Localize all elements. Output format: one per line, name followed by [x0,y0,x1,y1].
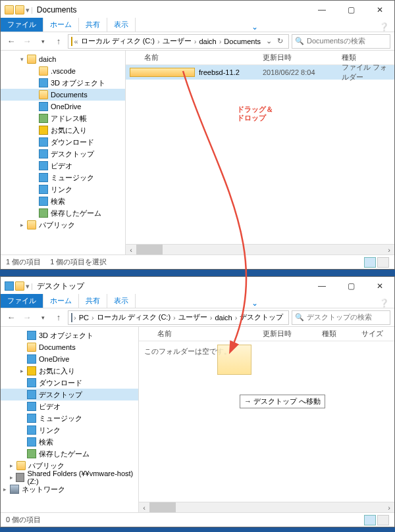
tree-item[interactable]: ▸パブリック [1,219,125,231]
tab-home[interactable]: ホーム [43,18,79,32]
tree-item[interactable]: 保存したゲーム [1,448,138,460]
address-dropdown-icon[interactable]: ⌄ [286,313,289,322]
tree-item[interactable]: ▸Shared Folders (¥¥vmware-host) (Z:) [1,472,138,483]
tree-item[interactable]: ビデオ [1,160,125,172]
tree-item[interactable]: Documents [1,89,125,101]
tab-view[interactable]: 表示 [107,294,136,308]
recent-dropdown[interactable]: ▾ [36,35,49,48]
scroll-right-icon[interactable]: › [384,502,394,512]
qat-dropdown-icon[interactable]: ▾ [26,282,30,291]
recent-dropdown[interactable]: ▾ [36,311,49,324]
tab-share[interactable]: 共有 [79,18,107,32]
tree-item[interactable]: お気に入り [1,124,125,136]
tree-item[interactable]: OneDrive [1,353,138,365]
breadcrumb-box[interactable]: › PC› ローカル ディスク (C:)› ユーザー› daich› デスクトッ… [68,310,289,325]
back-button[interactable]: ← [5,311,18,324]
tab-file[interactable]: ファイル [1,294,43,308]
up-button[interactable]: ↑ [52,35,65,48]
tree-item[interactable]: ▾daich [1,53,125,65]
titlebar[interactable]: ▾ | Documents — ▢ ✕ [1,1,394,19]
search-input[interactable]: 🔍 Documentsの検索 [292,34,390,49]
tab-share[interactable]: 共有 [79,294,107,308]
titlebar[interactable]: ▾ | デスクトップ — ▢ ✕ [1,277,394,295]
tree-item[interactable]: ダウンロード [1,377,138,389]
details-view-button[interactable] [364,257,376,268]
tree-item[interactable]: .vscode [1,65,125,77]
file-row[interactable]: freebsd-11.22018/06/22 8:04ファイル フォルダー [126,65,394,80]
chevron-icon[interactable]: ▾ [20,56,27,62]
col-date[interactable]: 更新日時 [263,329,322,339]
breadcrumb[interactable]: ローカル ディスク (C:) [78,36,157,46]
up-button[interactable]: ↑ [52,311,65,324]
scroll-left-icon[interactable]: ‹ [126,245,136,254]
maximize-button[interactable]: ▢ [336,277,365,295]
chevron-icon[interactable]: ▸ [10,474,16,481]
breadcrumb[interactable]: daich [196,37,219,45]
tree-item[interactable]: 3D オブジェクト [1,329,138,341]
navigation-tree[interactable]: ▾daich.vscode3D オブジェクトDocumentsOneDriveア… [1,51,126,254]
col-date[interactable]: 更新日時 [263,53,342,62]
col-type[interactable]: 種類 [322,329,361,339]
search-input[interactable]: 🔍 デスクトップの検索 [292,310,390,325]
tree-item[interactable]: ダウンロード [1,136,125,148]
help-icon[interactable]: ❔ [379,22,389,32]
breadcrumb-box[interactable]: « ローカル ディスク (C:)› ユーザー› daich› Documents… [68,34,289,49]
minimize-button[interactable]: — [307,1,336,19]
col-size[interactable]: サイズ [361,329,394,339]
breadcrumb[interactable]: Documents [221,37,263,45]
chevron-icon[interactable]: ▸ [3,486,10,493]
breadcrumb[interactable]: ユーザー [176,312,210,322]
address-dropdown-icon[interactable]: ⌄ [263,37,275,45]
tree-item[interactable]: アドレス帳 [1,112,125,124]
breadcrumb[interactable]: daich [212,314,234,322]
qat-icon[interactable] [15,5,24,14]
tree-item[interactable]: リンク [1,183,125,195]
chevron-icon[interactable]: ▸ [20,222,27,228]
ribbon-expand-icon[interactable]: ⌄ [251,22,258,32]
forward-button[interactable]: → [20,35,34,48]
navigation-tree[interactable]: 3D オブジェクトDocumentsOneDrive▸お気に入りダウンロードデス… [1,327,139,512]
horizontal-scrollbar[interactable]: ‹ › [139,502,394,512]
tree-item[interactable]: ▸お気に入り [1,365,138,377]
scroll-thumb[interactable] [149,502,176,512]
tree-item[interactable]: デスクトップ [1,148,125,160]
chevron-icon[interactable]: ▸ [10,462,16,469]
maximize-button[interactable]: ▢ [336,1,365,19]
close-button[interactable]: ✕ [365,277,394,295]
tree-item[interactable]: リンク [1,424,138,436]
qat-icon[interactable] [15,281,24,291]
file-list-pane[interactable]: 名前 更新日時 種類 サイズ このフォルダーは空です。 ‹ › [139,327,394,512]
refresh-button[interactable]: ↻ [275,37,286,45]
tree-item[interactable]: ビデオ [1,400,138,412]
tree-item[interactable]: 検索 [1,436,138,448]
col-name[interactable]: 名前 [144,53,263,62]
qat-dropdown-icon[interactable]: ▾ [26,6,30,14]
breadcrumb[interactable]: ローカル ディスク (C:) [94,312,173,322]
tree-item[interactable]: 保存したゲーム [1,207,125,219]
horizontal-scrollbar[interactable]: ‹ › [126,244,394,254]
icons-view-button[interactable] [377,257,389,268]
icons-view-button[interactable] [377,515,389,525]
tree-item[interactable]: 3D オブジェクト [1,77,125,89]
ribbon-expand-icon[interactable]: ⌄ [251,299,258,308]
minimize-button[interactable]: — [307,277,336,295]
col-type[interactable]: 種類 [342,53,394,62]
breadcrumb[interactable]: ユーザー [160,36,194,46]
col-name[interactable]: 名前 [157,329,263,339]
scroll-right-icon[interactable]: › [384,245,394,254]
breadcrumb[interactable]: デスクトップ [237,312,286,322]
file-list-pane[interactable]: 名前 更新日時 種類 freebsd-11.22018/06/22 8:04ファ… [126,51,394,254]
details-view-button[interactable] [364,515,376,525]
chevron-icon[interactable]: ▸ [20,368,27,374]
breadcrumb[interactable]: PC [76,314,92,322]
tree-item[interactable]: OneDrive [1,101,125,112]
back-button[interactable]: ← [5,35,18,48]
help-icon[interactable]: ❔ [379,299,389,308]
tab-file[interactable]: ファイル [1,18,43,32]
tree-item[interactable]: ミュージック [1,172,125,183]
close-button[interactable]: ✕ [365,1,394,19]
forward-button[interactable]: → [20,311,34,324]
tree-item[interactable]: 検索 [1,195,125,207]
scroll-thumb[interactable] [136,245,163,254]
tree-item[interactable]: Documents [1,341,138,353]
